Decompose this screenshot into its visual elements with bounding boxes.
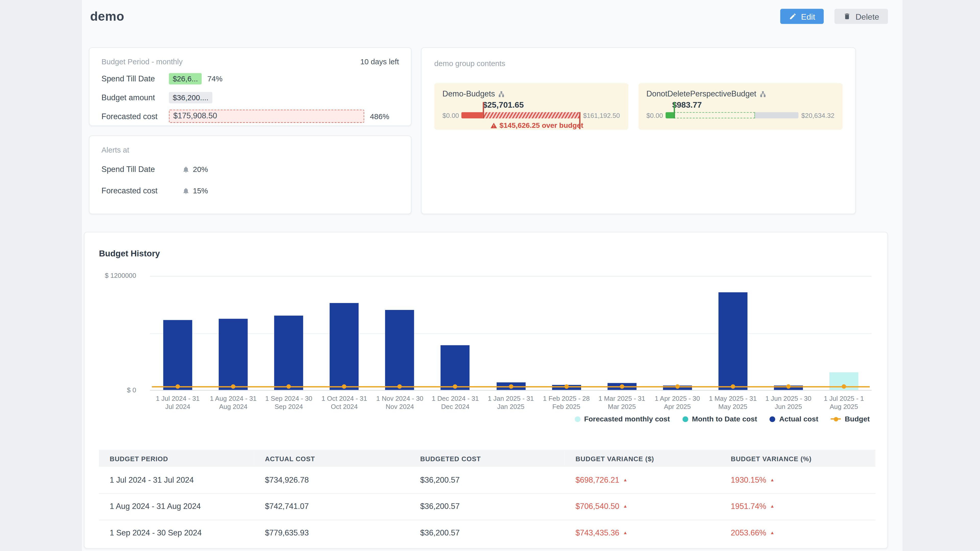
legend-swatch-dot	[575, 416, 580, 422]
budget-period-card-title: Budget Period - monthly	[102, 57, 183, 66]
chart-x-label: 1 Jul 2025 - 1 Aug 2025	[816, 394, 872, 411]
legend-label: Actual cost	[779, 415, 818, 423]
trash-icon	[843, 13, 851, 20]
chart-x-label: 1 Jan 2025 - 31 Jan 2025	[483, 394, 539, 411]
alert-spend-value: 20%	[193, 165, 208, 174]
spent-segment	[665, 112, 673, 119]
variance-value: $743,435.36	[576, 529, 619, 538]
budget-point[interactable]	[176, 384, 180, 388]
group-budgets: Demo-Budgets $25,701.65 $0.00	[434, 83, 842, 130]
chart-column	[760, 276, 816, 390]
alerts-card-title: Alerts at	[102, 145, 399, 154]
forecasted-cost-row: Forecasted cost $175,908.50 486%	[102, 110, 399, 123]
page-title: demo	[90, 9, 124, 24]
bell-icon	[182, 165, 190, 173]
overbudget-alert-text: $145,626.25 over budget	[500, 122, 583, 129]
page: demo Edit Delete Budget Period - monthly…	[0, 0, 980, 551]
chart-x-label: 1 Aug 2024 - 31 Aug 2024	[205, 394, 261, 411]
chart-x-label: 1 Mar 2025 - 31 Mar 2025	[594, 394, 650, 411]
group-contents-card: demo group contents Demo-Budgets $25,701…	[421, 47, 856, 214]
budget-item-amount: $983.77	[672, 100, 835, 110]
delete-button[interactable]: Delete	[835, 9, 888, 24]
budget-variance-pct-cell: 1930.15%▲	[720, 467, 876, 493]
legend-item[interactable]: Month to Date cost	[682, 415, 757, 423]
budget-point[interactable]	[675, 384, 679, 388]
actual-cost-bar[interactable]	[274, 316, 304, 390]
budget-point[interactable]	[509, 384, 513, 388]
actual-cost-bar[interactable]	[718, 292, 748, 390]
budget-progress-bar[interactable]	[665, 112, 799, 119]
chart-x-label: 1 Dec 2024 - 31 Dec 2024	[428, 394, 483, 411]
actual-cost-cell: $779,635.93	[254, 519, 409, 546]
budget-point[interactable]	[231, 384, 235, 388]
main-panel: demo Edit Delete Budget Period - monthly…	[82, 0, 902, 551]
legend-item[interactable]: Actual cost	[770, 415, 818, 423]
budget-variance-cell: $706,540.50▲	[565, 493, 720, 520]
chart-plot	[150, 276, 872, 391]
actual-cost-bar[interactable]	[330, 303, 359, 390]
table-header-cell: BUDGETED COST	[410, 450, 565, 467]
legend-label: Month to Date cost	[692, 415, 757, 423]
budget-point[interactable]	[731, 384, 735, 388]
budget-point[interactable]	[620, 384, 624, 388]
delete-button-label: Delete	[856, 12, 879, 21]
budget-item-name: Demo-Budgets	[442, 89, 495, 98]
budget-point[interactable]	[564, 384, 568, 388]
budget-point[interactable]	[842, 384, 846, 388]
chart-column	[594, 276, 650, 390]
budget-amount-row: Budget amount $36,200....	[102, 91, 399, 104]
budget-variance-pct-cell: 2053.66%▲	[720, 519, 876, 546]
legend-item[interactable]: Forecasted monthly cost	[575, 415, 670, 423]
chart-x-label: 1 May 2025 - 31 May 2025	[705, 394, 761, 411]
overbudget-end-line	[579, 112, 581, 129]
actual-cost-bar[interactable]	[385, 310, 414, 390]
triangle-up-icon: ▲	[623, 504, 628, 508]
spend-till-date-value: $26,6...	[169, 73, 202, 84]
chart-column	[705, 276, 761, 390]
table-row[interactable]: 1 Sep 2024 - 30 Sep 2024$779,635.93$36,2…	[99, 519, 875, 546]
budget-bar-min: $0.00	[646, 111, 663, 119]
spend-till-date-percent: 74%	[207, 74, 223, 83]
legend-swatch-dot	[770, 416, 775, 422]
budget-point[interactable]	[398, 384, 402, 388]
budget-point[interactable]	[786, 384, 791, 388]
budget-point[interactable]	[286, 384, 291, 388]
alert-row-forecast: Forecasted cost 15%	[102, 184, 399, 197]
variance-value: 2053.66%	[731, 529, 767, 538]
edit-button-label: Edit	[801, 12, 815, 21]
unused-segment	[755, 112, 799, 119]
budget-item-donotdelete[interactable]: DonotDeletePerspectiveBudget $983.77 $0.…	[638, 83, 843, 130]
overbudget-alert: $145,626.25 over budget	[442, 122, 584, 129]
variance-value: 1930.15%	[731, 475, 767, 484]
table-row[interactable]: 1 Jul 2024 - 31 Jul 2024$734,926.78$36,2…	[99, 467, 875, 493]
budget-variance-cell: $743,435.36▲	[565, 519, 720, 546]
remaining-dashed-segment	[673, 112, 755, 119]
forecasted-cost-value: $175,908.50	[169, 110, 364, 123]
budget-item-name-row: DonotDeletePerspectiveBudget	[646, 89, 835, 98]
budget-item-name: DonotDeletePerspectiveBudget	[646, 89, 756, 98]
budget-item-demo-budgets[interactable]: Demo-Budgets $25,701.65 $0.00	[434, 83, 628, 130]
alert-forecast-label: Forecasted cost	[102, 186, 182, 195]
budget-point[interactable]	[342, 384, 346, 388]
chart-x-labels: 1 Jul 2024 - 31 Jul 20241 Aug 2024 - 31 …	[150, 394, 872, 411]
table-header-cell: BUDGET VARIANCE ($)	[565, 450, 720, 467]
chart-column	[649, 276, 705, 390]
budget-progress-bar[interactable]	[461, 112, 580, 119]
budgeted-cost-cell: $36,200.57	[410, 467, 565, 493]
legend-swatch-dot	[682, 416, 688, 422]
table-header-cell: ACTUAL COST	[254, 450, 409, 467]
actual-cost-bar[interactable]	[163, 320, 192, 390]
edit-button[interactable]: Edit	[780, 9, 824, 24]
warning-triangle-icon	[490, 122, 497, 129]
overbudget-striped-segment	[483, 112, 581, 119]
chart-x-label: 1 Feb 2025 - 28 Feb 2025	[538, 394, 594, 411]
budget-point[interactable]	[453, 384, 457, 388]
table-row[interactable]: 1 Aug 2024 - 31 Aug 2024$742,741.07$36,2…	[99, 493, 875, 520]
actual-cost-bar[interactable]	[219, 319, 248, 390]
y-axis-label-zero: $ 0	[84, 386, 136, 394]
chart-x-label: 1 Apr 2025 - 30 Apr 2025	[649, 394, 705, 411]
legend-swatch-line	[831, 418, 841, 420]
actual-cost-bar[interactable]	[441, 345, 470, 390]
spend-till-date-row: Spend Till Date $26,6... 74%	[102, 72, 399, 85]
legend-item[interactable]: Budget	[831, 415, 870, 423]
